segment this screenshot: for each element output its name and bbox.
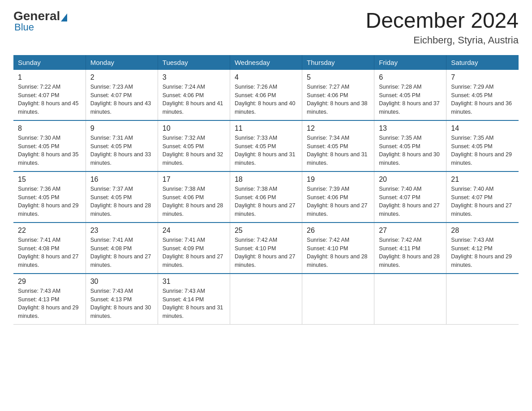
table-row: 14 Sunrise: 7:35 AM Sunset: 4:05 PM Dayl…: [446, 120, 519, 171]
col-wednesday: Wednesday: [230, 55, 302, 70]
table-row: [374, 274, 446, 325]
day-number: 17: [163, 176, 225, 184]
day-number: 8: [18, 124, 81, 133]
day-number: 10: [163, 124, 225, 133]
logo-triangle-icon: [61, 13, 67, 21]
day-info: Sunrise: 7:43 AM Sunset: 4:14 PM Dayligh…: [163, 287, 225, 321]
day-number: 12: [307, 124, 369, 133]
day-info: Sunrise: 7:31 AM Sunset: 4:05 PM Dayligh…: [90, 134, 153, 167]
table-row: 16 Sunrise: 7:37 AM Sunset: 4:05 PM Dayl…: [86, 171, 158, 223]
table-row: 25 Sunrise: 7:42 AM Sunset: 4:10 PM Dayl…: [230, 223, 302, 274]
day-info: Sunrise: 7:23 AM Sunset: 4:07 PM Dayligh…: [90, 83, 153, 116]
day-info: Sunrise: 7:26 AM Sunset: 4:06 PM Dayligh…: [235, 83, 297, 116]
day-info: Sunrise: 7:34 AM Sunset: 4:05 PM Dayligh…: [307, 134, 369, 167]
day-number: 24: [163, 227, 225, 235]
day-number: 16: [90, 176, 153, 184]
day-number: 14: [451, 124, 514, 133]
table-row: 8 Sunrise: 7:30 AM Sunset: 4:05 PM Dayli…: [13, 120, 86, 171]
day-number: 29: [18, 278, 81, 286]
day-info: Sunrise: 7:24 AM Sunset: 4:06 PM Dayligh…: [163, 83, 225, 116]
title-section: December 2024 Eichberg, Styria, Austria: [365, 9, 519, 46]
day-number: 5: [307, 73, 369, 81]
day-number: 9: [90, 124, 153, 133]
day-info: Sunrise: 7:41 AM Sunset: 4:08 PM Dayligh…: [90, 236, 153, 270]
day-number: 22: [18, 227, 81, 235]
table-row: 4 Sunrise: 7:26 AM Sunset: 4:06 PM Dayli…: [230, 70, 302, 120]
day-info: Sunrise: 7:42 AM Sunset: 4:10 PM Dayligh…: [307, 236, 369, 270]
day-info: Sunrise: 7:36 AM Sunset: 4:05 PM Dayligh…: [18, 185, 81, 218]
day-info: Sunrise: 7:41 AM Sunset: 4:09 PM Dayligh…: [163, 236, 225, 270]
col-friday: Friday: [374, 55, 446, 70]
day-number: 15: [18, 176, 81, 184]
calendar-week-row: 22 Sunrise: 7:41 AM Sunset: 4:08 PM Dayl…: [13, 223, 519, 274]
day-number: 25: [235, 227, 297, 235]
table-row: 29 Sunrise: 7:43 AM Sunset: 4:13 PM Dayl…: [13, 274, 86, 325]
day-number: 20: [379, 176, 442, 184]
day-info: Sunrise: 7:30 AM Sunset: 4:05 PM Dayligh…: [18, 134, 81, 167]
page-header: General Blue December 2024 Eichberg, Sty…: [13, 9, 519, 46]
table-row: 9 Sunrise: 7:31 AM Sunset: 4:05 PM Dayli…: [86, 120, 158, 171]
day-info: Sunrise: 7:42 AM Sunset: 4:11 PM Dayligh…: [379, 236, 442, 270]
table-row: 26 Sunrise: 7:42 AM Sunset: 4:10 PM Dayl…: [302, 223, 374, 274]
table-row: 28 Sunrise: 7:43 AM Sunset: 4:12 PM Dayl…: [446, 223, 519, 274]
table-row: 31 Sunrise: 7:43 AM Sunset: 4:14 PM Dayl…: [158, 274, 230, 325]
month-title: December 2024: [365, 9, 519, 33]
table-row: 3 Sunrise: 7:24 AM Sunset: 4:06 PM Dayli…: [158, 70, 230, 120]
day-number: 4: [235, 73, 297, 81]
day-number: 11: [235, 124, 297, 133]
logo-blue: Blue: [14, 21, 34, 33]
calendar-table: Sunday Monday Tuesday Wednesday Thursday…: [13, 55, 519, 325]
table-row: 27 Sunrise: 7:42 AM Sunset: 4:11 PM Dayl…: [374, 223, 446, 274]
day-number: 23: [90, 227, 153, 235]
day-info: Sunrise: 7:32 AM Sunset: 4:05 PM Dayligh…: [163, 134, 225, 167]
table-row: 20 Sunrise: 7:40 AM Sunset: 4:07 PM Dayl…: [374, 171, 446, 223]
day-info: Sunrise: 7:35 AM Sunset: 4:05 PM Dayligh…: [451, 134, 514, 167]
header-row: Sunday Monday Tuesday Wednesday Thursday…: [13, 55, 519, 70]
day-info: Sunrise: 7:28 AM Sunset: 4:05 PM Dayligh…: [379, 83, 442, 116]
day-info: Sunrise: 7:42 AM Sunset: 4:10 PM Dayligh…: [235, 236, 297, 270]
table-row: 13 Sunrise: 7:35 AM Sunset: 4:05 PM Dayl…: [374, 120, 446, 171]
table-row: 6 Sunrise: 7:28 AM Sunset: 4:05 PM Dayli…: [374, 70, 446, 120]
day-info: Sunrise: 7:43 AM Sunset: 4:13 PM Dayligh…: [18, 287, 81, 321]
table-row: 12 Sunrise: 7:34 AM Sunset: 4:05 PM Dayl…: [302, 120, 374, 171]
day-info: Sunrise: 7:40 AM Sunset: 4:07 PM Dayligh…: [379, 185, 442, 218]
calendar-week-row: 29 Sunrise: 7:43 AM Sunset: 4:13 PM Dayl…: [13, 274, 519, 325]
day-info: Sunrise: 7:29 AM Sunset: 4:05 PM Dayligh…: [451, 83, 514, 116]
day-number: 21: [451, 176, 514, 184]
day-number: 18: [235, 176, 297, 184]
table-row: [230, 274, 302, 325]
day-info: Sunrise: 7:27 AM Sunset: 4:06 PM Dayligh…: [307, 83, 369, 116]
day-info: Sunrise: 7:41 AM Sunset: 4:08 PM Dayligh…: [18, 236, 81, 270]
day-number: 3: [163, 73, 225, 81]
day-info: Sunrise: 7:40 AM Sunset: 4:07 PM Dayligh…: [451, 185, 514, 218]
col-tuesday: Tuesday: [158, 55, 230, 70]
day-number: 6: [379, 73, 442, 81]
table-row: 15 Sunrise: 7:36 AM Sunset: 4:05 PM Dayl…: [13, 171, 86, 223]
col-thursday: Thursday: [302, 55, 374, 70]
table-row: 5 Sunrise: 7:27 AM Sunset: 4:06 PM Dayli…: [302, 70, 374, 120]
day-number: 26: [307, 227, 369, 235]
day-number: 31: [163, 278, 225, 286]
day-info: Sunrise: 7:33 AM Sunset: 4:05 PM Dayligh…: [235, 134, 297, 167]
table-row: 30 Sunrise: 7:43 AM Sunset: 4:13 PM Dayl…: [86, 274, 158, 325]
calendar-week-row: 1 Sunrise: 7:22 AM Sunset: 4:07 PM Dayli…: [13, 70, 519, 120]
logo: General Blue: [13, 9, 68, 33]
day-info: Sunrise: 7:22 AM Sunset: 4:07 PM Dayligh…: [18, 83, 81, 116]
day-info: Sunrise: 7:43 AM Sunset: 4:12 PM Dayligh…: [451, 236, 514, 270]
day-info: Sunrise: 7:43 AM Sunset: 4:13 PM Dayligh…: [90, 287, 153, 321]
table-row: 11 Sunrise: 7:33 AM Sunset: 4:05 PM Dayl…: [230, 120, 302, 171]
table-row: 1 Sunrise: 7:22 AM Sunset: 4:07 PM Dayli…: [13, 70, 86, 120]
day-number: 13: [379, 124, 442, 133]
day-number: 27: [379, 227, 442, 235]
day-info: Sunrise: 7:38 AM Sunset: 4:06 PM Dayligh…: [163, 185, 225, 218]
table-row: 7 Sunrise: 7:29 AM Sunset: 4:05 PM Dayli…: [446, 70, 519, 120]
day-number: 28: [451, 227, 514, 235]
calendar-week-row: 15 Sunrise: 7:36 AM Sunset: 4:05 PM Dayl…: [13, 171, 519, 223]
table-row: 2 Sunrise: 7:23 AM Sunset: 4:07 PM Dayli…: [86, 70, 158, 120]
day-number: 30: [90, 278, 153, 286]
table-row: 10 Sunrise: 7:32 AM Sunset: 4:05 PM Dayl…: [158, 120, 230, 171]
day-info: Sunrise: 7:35 AM Sunset: 4:05 PM Dayligh…: [379, 134, 442, 167]
table-row: 24 Sunrise: 7:41 AM Sunset: 4:09 PM Dayl…: [158, 223, 230, 274]
day-number: 2: [90, 73, 153, 81]
col-monday: Monday: [86, 55, 158, 70]
